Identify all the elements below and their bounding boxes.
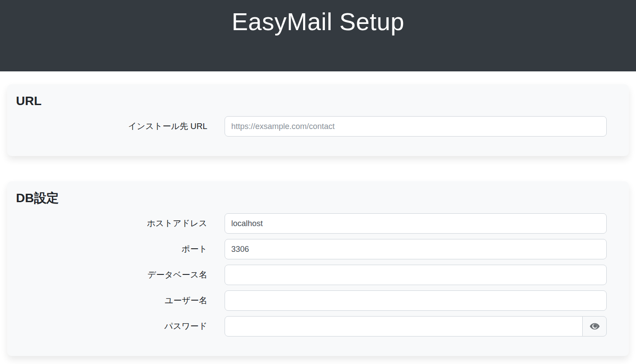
install-url-row: インストール先 URL: [16, 116, 607, 137]
password-input[interactable]: [225, 316, 583, 337]
app-header: EasyMail Setup: [0, 0, 636, 71]
password-label: パスワード: [16, 321, 225, 332]
port-row: ポート: [16, 239, 607, 259]
password-input-group: [225, 316, 607, 337]
port-input-wrap: [225, 239, 607, 259]
host-address-label: ホストアドレス: [16, 218, 225, 229]
install-url-label: インストール先 URL: [16, 121, 225, 132]
main-content: URL インストール先 URL DB設定 ホストアドレス ポート データベース名: [0, 84, 636, 356]
username-input[interactable]: [225, 290, 607, 311]
install-url-input[interactable]: [225, 116, 607, 137]
host-address-row: ホストアドレス: [16, 213, 607, 234]
host-address-input[interactable]: [225, 213, 607, 234]
install-url-input-wrap: [225, 116, 607, 137]
url-section-heading: URL: [16, 93, 607, 109]
page-title: EasyMail Setup: [0, 7, 636, 36]
eye-icon: [589, 321, 600, 332]
db-section-heading: DB設定: [16, 190, 607, 206]
database-name-label: データベース名: [16, 269, 225, 281]
username-label: ユーザー名: [16, 295, 225, 306]
database-name-input[interactable]: [225, 265, 607, 285]
password-visibility-toggle-button[interactable]: [582, 316, 607, 337]
url-section-card: URL インストール先 URL: [7, 84, 629, 156]
host-address-input-wrap: [225, 213, 607, 234]
port-label: ポート: [16, 243, 225, 255]
username-row: ユーザー名: [16, 290, 607, 311]
database-name-row: データベース名: [16, 265, 607, 285]
port-input[interactable]: [225, 239, 607, 259]
db-settings-card: DB設定 ホストアドレス ポート データベース名 ユーザー名: [7, 181, 629, 356]
password-row: パスワード: [16, 316, 607, 337]
username-input-wrap: [225, 290, 607, 311]
database-name-input-wrap: [225, 265, 607, 285]
